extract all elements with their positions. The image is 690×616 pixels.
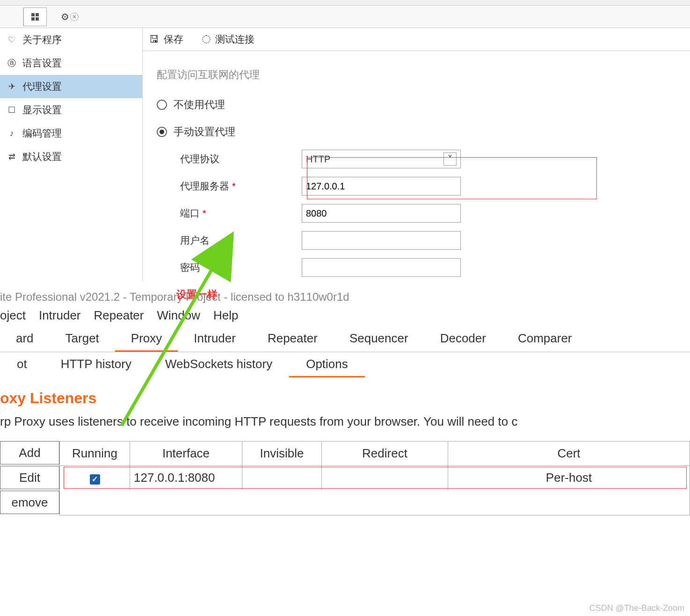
close-tab-icon[interactable]: ✕ xyxy=(70,13,79,21)
username-input[interactable] xyxy=(302,231,461,250)
th-cert[interactable]: Cert xyxy=(448,442,690,465)
sidebar-item-label: 默认设置 xyxy=(22,150,62,163)
subtab-intercept[interactable]: ot xyxy=(0,352,44,377)
top-toolbar: ⚙ ✕ xyxy=(0,6,690,28)
radio-label: 手动设置代理 xyxy=(174,125,235,139)
menu-project[interactable]: oject xyxy=(0,308,26,323)
tab-repeater[interactable]: Repeater xyxy=(252,326,334,352)
remove-button[interactable]: emove xyxy=(0,491,59,514)
table-header-row: Running Interface Invisible Redirect Cer… xyxy=(60,442,690,466)
menu-repeater[interactable]: Repeater xyxy=(94,308,144,323)
cell-redirect xyxy=(322,466,448,490)
sidebar-item-proxy[interactable]: ✈ 代理设置 xyxy=(0,75,142,98)
port-input[interactable] xyxy=(302,204,461,223)
cell-running[interactable]: ✓ xyxy=(60,466,130,490)
label-username: 用户名 xyxy=(180,234,302,247)
menu-window[interactable]: Window xyxy=(157,308,200,323)
tab-comparer[interactable]: Comparer xyxy=(502,326,588,352)
test-connection-button[interactable]: 测试连接 xyxy=(202,33,254,46)
th-interface[interactable]: Interface xyxy=(130,442,242,465)
burp-menu-bar: oject Intruder Repeater Window Help xyxy=(0,306,690,326)
sidebar-item-default[interactable]: ⇄ 默认设置 xyxy=(0,145,142,168)
cell-invisible xyxy=(242,466,322,490)
sliders-icon: ⇄ xyxy=(7,152,17,162)
add-button[interactable]: Add xyxy=(0,441,59,464)
label-server: 代理服务器 * xyxy=(180,180,302,193)
tab-intruder[interactable]: Intruder xyxy=(178,326,252,352)
tab-sequencer[interactable]: Sequencer xyxy=(334,326,424,352)
label-password: 密码 xyxy=(180,261,302,274)
settings-sidebar: ♡ 关于程序 ⓐ 语言设置 ✈ 代理设置 ☐ 显示设置 ♪ 编码管理 ⇄ 默认设… xyxy=(0,28,143,281)
spinner-icon xyxy=(202,35,211,43)
proxy-listeners-heading: oxy Listeners xyxy=(0,390,690,407)
save-button[interactable]: 🖫 保存 xyxy=(149,33,183,46)
listeners-table: Running Interface Invisible Redirect Cer… xyxy=(59,441,690,515)
heart-icon: ♡ xyxy=(7,35,17,45)
radio-manual-proxy[interactable]: 手动设置代理 xyxy=(143,118,690,145)
burp-tab-bar: ard Target Proxy Intruder Repeater Seque… xyxy=(0,326,690,352)
subtab-ws-history[interactable]: WebSockets history xyxy=(148,352,289,377)
subtab-options[interactable]: Options xyxy=(289,352,365,377)
menu-bar-cropped xyxy=(0,0,690,6)
sidebar-item-label: 代理设置 xyxy=(22,80,62,93)
grid-icon xyxy=(31,13,39,21)
section-title: 配置访问互联网的代理 xyxy=(143,51,690,91)
grid-view-button[interactable] xyxy=(23,7,47,26)
settings-content: 🖫 保存 测试连接 配置访问互联网的代理 不使用代理 手动设置代理 代理协议 xyxy=(143,28,690,281)
floppy-icon: 🖫 xyxy=(149,34,159,45)
sidebar-item-display[interactable]: ☐ 显示设置 xyxy=(0,98,142,122)
home-tab[interactable] xyxy=(0,7,23,26)
sidebar-item-label: 编码管理 xyxy=(22,127,62,140)
sidebar-item-language[interactable]: ⓐ 语言设置 xyxy=(0,51,142,75)
edit-button[interactable]: Edit xyxy=(0,466,59,489)
sidebar-item-encoding[interactable]: ♪ 编码管理 xyxy=(0,122,142,145)
protocol-value: HTTP xyxy=(306,154,330,165)
gear-icon[interactable]: ⚙ xyxy=(61,11,69,22)
proxy-listeners-desc: rp Proxy uses listeners to receive incom… xyxy=(0,407,690,436)
password-input[interactable] xyxy=(302,258,461,277)
tab-proxy[interactable]: Proxy xyxy=(115,326,178,352)
music-icon: ♪ xyxy=(7,128,17,138)
checkbox-checked-icon[interactable]: ✓ xyxy=(90,474,100,485)
sidebar-item-label: 显示设置 xyxy=(22,103,62,116)
radio-label: 不使用代理 xyxy=(174,98,225,112)
test-label: 测试连接 xyxy=(215,33,254,46)
sidebar-item-label: 关于程序 xyxy=(22,33,62,46)
annotation-text: 设置一样 xyxy=(176,288,218,302)
label-protocol: 代理协议 xyxy=(180,152,302,166)
tab-dashboard[interactable]: ard xyxy=(0,326,50,352)
server-input[interactable] xyxy=(302,177,461,196)
radio-checked-icon xyxy=(157,127,167,137)
tab-target[interactable]: Target xyxy=(50,326,115,352)
lang-icon: ⓐ xyxy=(7,58,17,68)
monitor-icon: ☐ xyxy=(7,105,17,115)
th-invisible[interactable]: Invisible xyxy=(242,442,322,465)
cell-cert: Per-host xyxy=(448,466,690,490)
tab-decoder[interactable]: Decoder xyxy=(424,326,502,352)
label-port: 端口 * xyxy=(180,207,302,220)
chevron-down-icon: ˅ xyxy=(443,152,457,166)
radio-no-proxy[interactable]: 不使用代理 xyxy=(143,91,690,118)
menu-intruder[interactable]: Intruder xyxy=(39,308,81,323)
proxy-subtab-bar: ot HTTP history WebSockets history Optio… xyxy=(0,352,690,377)
sidebar-item-about[interactable]: ♡ 关于程序 xyxy=(0,28,142,51)
th-redirect[interactable]: Redirect xyxy=(322,442,448,465)
table-row[interactable]: ✓ 127.0.0.1:8080 Per-host xyxy=(60,466,690,490)
menu-help[interactable]: Help xyxy=(213,308,238,323)
burp-title-bar: ite Professional v2021.2 - Temporary Pro… xyxy=(0,290,690,306)
save-label: 保存 xyxy=(164,33,183,46)
subtab-http-history[interactable]: HTTP history xyxy=(44,352,148,377)
protocol-select[interactable]: HTTP ˅ xyxy=(302,150,461,168)
th-running[interactable]: Running xyxy=(60,442,130,465)
cell-interface: 127.0.0.1:8080 xyxy=(130,466,242,490)
radio-icon xyxy=(157,100,167,110)
sidebar-item-label: 语言设置 xyxy=(22,57,62,70)
plane-icon: ✈ xyxy=(7,81,17,92)
